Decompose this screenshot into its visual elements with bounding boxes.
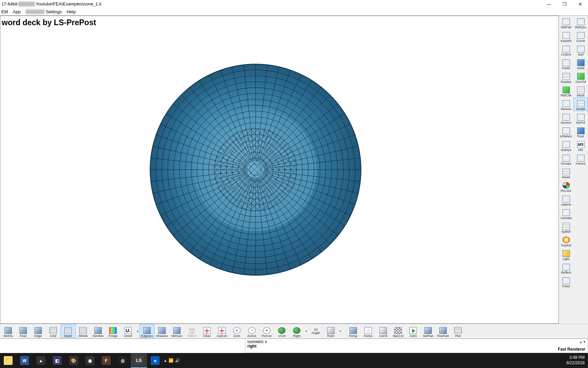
- taskbar-item-lspp[interactable]: LS: [131, 353, 147, 368]
- taskbar-item-explorer[interactable]: 📁: [0, 353, 16, 368]
- side-button-creent[interactable]: CreEnt: [559, 43, 573, 57]
- side-button-renum[interactable]: Renum: [559, 97, 573, 111]
- side-button-model[interactable]: Model: [573, 97, 588, 111]
- command-input-area[interactable]: [0, 339, 245, 353]
- side-button-surf[interactable]: Surf: [573, 43, 588, 57]
- side-button-display[interactable]: Display: [559, 70, 573, 84]
- bottom-button-label: ShfCtr: [187, 334, 197, 338]
- taskbar-item-browser1[interactable]: ◉: [82, 353, 98, 368]
- bottom-button-autcen[interactable]: AutCen: [214, 324, 229, 338]
- bottom-button-respart[interactable]: ResPart: [436, 324, 451, 338]
- window-minimize-button[interactable]: —: [541, 0, 557, 8]
- side-button-reflect[interactable]: Reflect: [559, 261, 573, 275]
- bottom-button-clear[interactable]: Clear: [199, 324, 214, 338]
- side-button-curve[interactable]: Curve: [573, 29, 588, 43]
- toolbar-dropdown-icon[interactable]: ▾: [338, 329, 342, 333]
- bottom-button-sectmo[interactable]: SectMo: [91, 324, 105, 338]
- bottom-button-wirgeo[interactable]: WirGeo: [169, 324, 184, 338]
- bottom-button-selpartb[interactable]: SelPart: [421, 324, 436, 338]
- bottom-button-label: SectMo: [93, 334, 103, 338]
- bottom-button-feat[interactable]: Feat: [16, 324, 31, 338]
- bottom-button-shrink[interactable]: Shrink: [76, 324, 91, 338]
- taskbar-item-up[interactable]: ▲: [33, 353, 49, 368]
- scroll-indicator-icon[interactable]: ▲▼: [579, 340, 586, 344]
- plot-icon: [454, 327, 462, 334]
- subsys-icon: [562, 141, 570, 148]
- renum-icon: [562, 100, 570, 107]
- side-button-appear[interactable]: Appear: [559, 193, 573, 206]
- side-button-label: CreEnt: [561, 53, 571, 56]
- taskbar-item-obs[interactable]: ◎: [114, 353, 131, 368]
- bottom-button-shageo[interactable]: ShaGeo: [154, 324, 169, 338]
- bottom-button-vcrd[interactable]: VCrd: [274, 324, 289, 338]
- bottom-button-angle[interactable]: 10Angle: [308, 324, 323, 338]
- bottom-button-right[interactable]: Right: [289, 324, 304, 338]
- bottom-button-fringe[interactable]: Fringe: [105, 324, 120, 338]
- side-button-ms[interactable]: MSMS: [573, 138, 588, 152]
- side-button-mesh[interactable]: Mesh: [573, 84, 588, 97]
- bottom-button-plot[interactable]: Plot: [451, 324, 466, 338]
- side-button-ptcolor[interactable]: PtColor: [559, 179, 573, 193]
- viewport[interactable]: word deck by LS-PrePost: [0, 16, 559, 324]
- bottom-button-piccen[interactable]: PicCen: [259, 324, 274, 338]
- taskbar-item-word[interactable]: W: [16, 353, 33, 368]
- tray-icons[interactable]: ▲ 📶 🔊: [163, 358, 180, 363]
- ptcolor-icon: [562, 182, 570, 189]
- bottom-button-rotx[interactable]: RotX: [323, 324, 338, 338]
- side-button-refchk[interactable]: RefChk: [559, 84, 573, 97]
- side-button-partd[interactable]: PartD: [559, 57, 573, 70]
- taskbar-item-edge[interactable]: e: [147, 353, 163, 368]
- window-close-button[interactable]: ✕: [572, 0, 588, 8]
- side-button-explod[interactable]: Explod: [559, 234, 573, 247]
- bottom-button-baccol[interactable]: BacCol: [391, 324, 406, 338]
- side-button-trace[interactable]: Trace: [559, 275, 573, 288]
- side-button-groups[interactable]: Groups: [559, 152, 573, 166]
- bottom-button-label: Grid: [50, 334, 56, 338]
- side-button-label: PtColor: [561, 189, 572, 193]
- window-maximize-button[interactable]: ❐: [557, 0, 572, 8]
- toolbar-dropdown-icon[interactable]: ▾: [304, 329, 308, 333]
- menu-item-settings[interactable]: Settings: [46, 9, 62, 14]
- toolbar-dropdown-icon[interactable]: ▾: [135, 329, 140, 333]
- renderer-status: Fast Renderer: [558, 347, 585, 352]
- menu-item-app[interactable]: App: [13, 9, 21, 14]
- side-button-solid[interactable]: Solid: [573, 57, 588, 70]
- side-button-eletol[interactable]: EleTol: [573, 111, 588, 125]
- menu-item-em[interactable]: EM: [1, 9, 8, 14]
- curve-icon: [577, 32, 585, 39]
- menu-item-help[interactable]: Help: [67, 9, 76, 14]
- side-button-views[interactable]: Views: [559, 166, 573, 179]
- bottom-button-anim[interactable]: Anim: [406, 324, 421, 338]
- bottom-button-wirele[interactable]: WirEle: [1, 324, 16, 338]
- bottom-button-persp[interactable]: Persp: [346, 324, 361, 338]
- bottom-button-actall[interactable]: ActAll: [376, 324, 391, 338]
- bottom-button-edggeo[interactable]: EdgGeo: [140, 324, 154, 338]
- bottom-button-label: BacCol: [393, 334, 404, 338]
- side-button-keywrd[interactable]: Keywrd: [559, 29, 573, 43]
- side-button-splitw[interactable]: SplitW: [559, 220, 573, 234]
- side-button-label: Curve: [576, 39, 585, 43]
- side-button-geotol[interactable]: GeoTol: [573, 70, 588, 84]
- side-button-refgeo[interactable]: RefGeo: [573, 16, 588, 29]
- bottom-button-homeb[interactable]: Home: [361, 324, 376, 338]
- side-button-favor1[interactable]: Favor1: [573, 152, 588, 166]
- rotx-icon: [327, 327, 334, 334]
- side-button-annotat[interactable]: Annotat: [559, 206, 573, 220]
- side-button-subsys[interactable]: Subsys: [559, 138, 573, 152]
- bottom-button-gridb[interactable]: Grid: [46, 324, 61, 338]
- side-button-selpart[interactable]: SelPart: [559, 16, 573, 29]
- system-tray-clock[interactable]: 3:48 PM 9/22/2018: [567, 355, 588, 366]
- bottom-button-zoout[interactable]: ZoOut: [244, 324, 259, 338]
- side-button-section[interactable]: Section: [559, 111, 573, 125]
- bottom-button-edge[interactable]: Edge: [31, 324, 46, 338]
- taskbar-item-app1[interactable]: ◧: [49, 353, 65, 368]
- bottom-button-zoin[interactable]: ZoIn: [229, 324, 244, 338]
- taskbar-item-paint[interactable]: 🎨: [65, 353, 82, 368]
- taskbar-item-app2[interactable]: F: [98, 353, 114, 368]
- bottom-button-unref[interactable]: U.Unref: [120, 324, 135, 338]
- side-button-post[interactable]: Post: [573, 125, 588, 138]
- bottom-button-meshb[interactable]: Mesh: [61, 324, 76, 338]
- side-button-light[interactable]: Light: [559, 247, 573, 261]
- edge-icon: [34, 327, 42, 334]
- side-button-mselect[interactable]: MSelect: [559, 125, 573, 138]
